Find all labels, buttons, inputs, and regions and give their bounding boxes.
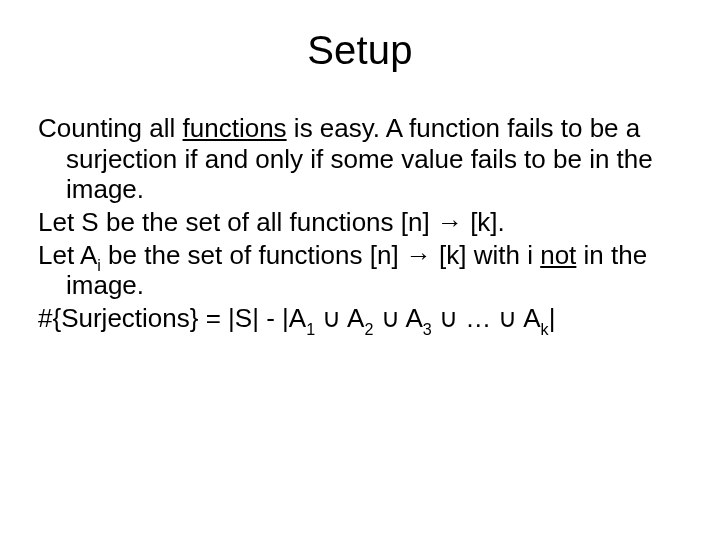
p4-sub-3: 3 (423, 320, 432, 338)
p1-underline-functions: functions (183, 113, 287, 143)
paragraph-3: Let Ai be the set of functions [n] → [k]… (38, 240, 682, 301)
paragraph-4: #{Surjections} = |S| - |A1 ∪ A2 ∪ A3 ∪ …… (38, 303, 682, 334)
slide-body: Counting all functions is easy. A functi… (38, 113, 682, 334)
p3-underline-not: not (540, 240, 576, 270)
p4-u2: ∪ A (373, 303, 422, 333)
p4-a: #{Surjections} = |S| - |A (38, 303, 306, 333)
p3-text-a: Let A (38, 240, 97, 270)
p2-text: Let S be the set of all functions [n] → … (38, 207, 505, 237)
p4-sub-k: k (541, 320, 549, 338)
p3-sub-i: i (97, 256, 101, 274)
p3-text-c: be the set of functions [n] → [k] with i (101, 240, 540, 270)
slide-title: Setup (38, 28, 682, 73)
slide: Setup Counting all functions is easy. A … (0, 0, 720, 540)
paragraph-2: Let S be the set of all functions [n] → … (38, 207, 682, 238)
p4-el: ∪ … ∪ A (432, 303, 541, 333)
p4-sub-1: 1 (306, 320, 315, 338)
p4-end: | (549, 303, 556, 333)
p4-u1: ∪ A (315, 303, 364, 333)
paragraph-1: Counting all functions is easy. A functi… (38, 113, 682, 205)
p4-sub-2: 2 (364, 320, 373, 338)
p1-text-a: Counting all (38, 113, 183, 143)
